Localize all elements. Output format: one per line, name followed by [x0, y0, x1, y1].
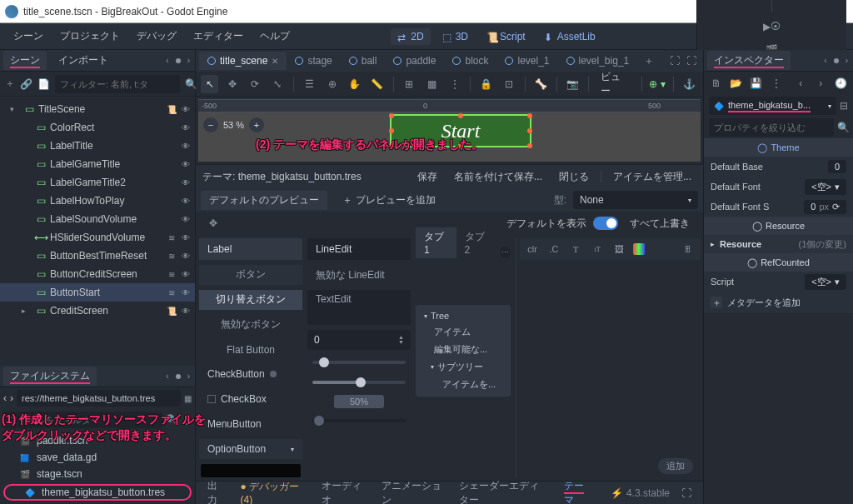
- signal-icon[interactable]: ≋: [166, 287, 177, 298]
- menu-scene[interactable]: シーン: [7, 26, 50, 47]
- preview-hslider-2[interactable]: [307, 375, 411, 390]
- prop-script-value[interactable]: <空> ▾: [805, 274, 846, 290]
- zoom-out-button[interactable]: −: [203, 117, 218, 132]
- add-scene-tab[interactable]: ＋: [637, 52, 661, 71]
- scene-node[interactable]: ▭ButtonStart≋👁: [0, 283, 195, 302]
- eye-icon[interactable]: 👁: [180, 195, 192, 207]
- preview-menu-button[interactable]: MenuButton: [199, 414, 302, 434]
- fs-dock-move-left-icon[interactable]: ‹: [164, 372, 170, 381]
- preview-hslider-3[interactable]: [307, 413, 411, 428]
- tab-filesystem[interactable]: ファイルシステム: [3, 367, 97, 386]
- script-icon[interactable]: 📜: [166, 305, 177, 317]
- theme-close-button[interactable]: 閉じる: [554, 168, 594, 186]
- scale-tool-icon[interactable]: ⤡: [269, 75, 287, 93]
- fs-filter-input[interactable]: [3, 412, 162, 428]
- menu-help[interactable]: ヘルプ: [253, 26, 297, 47]
- bottom-animation[interactable]: アニメーション: [378, 477, 447, 505]
- caret-icon[interactable]: ▸: [22, 307, 32, 315]
- preview-line-edit[interactable]: LineEdit: [307, 238, 411, 260]
- add-metadata-button[interactable]: ＋ メタデータを追加: [704, 292, 853, 313]
- bottom-expand-icon[interactable]: ⛶: [678, 486, 695, 501]
- history-prev-icon[interactable]: ‹: [793, 76, 808, 91]
- bottom-output[interactable]: 出力: [204, 477, 229, 505]
- caret-icon[interactable]: ▾: [10, 105, 20, 113]
- fs-list[interactable]: paddle.tscnsave_data.gdstage.tscntheme_b…: [0, 431, 195, 504]
- eye-icon[interactable]: 👁: [180, 140, 192, 152]
- scene-tree[interactable]: ▾▭TitleScene📜👁▭ColorRect👁▭LabelTitle👁▭La…: [0, 97, 195, 366]
- resource-expand[interactable]: ▸Resource(1個の変更): [704, 235, 853, 253]
- list-select-icon[interactable]: ☰: [301, 75, 318, 93]
- scene-tab[interactable]: stage: [287, 52, 340, 70]
- prop-default-font-value[interactable]: <空> ▾: [805, 179, 846, 195]
- fs-item[interactable]: stage.tscn: [0, 466, 195, 482]
- add-preview-button[interactable]: ＋ プレビューを追加: [334, 191, 444, 210]
- type-settings-icon[interactable]: 🎚: [680, 242, 695, 257]
- menu-debug[interactable]: デバッグ: [130, 26, 183, 47]
- preview-text-edit[interactable]: TextEdit: [307, 290, 411, 325]
- scene-node[interactable]: ▭LabelSoundVolume👁: [0, 210, 195, 228]
- eye-icon[interactable]: 👁: [180, 122, 192, 133]
- preview-color-swatch[interactable]: [201, 464, 301, 477]
- type-fontsize-icon[interactable]: tT: [590, 242, 605, 257]
- history-next-icon[interactable]: ›: [813, 76, 828, 91]
- lock-icon[interactable]: 🔒: [477, 75, 495, 93]
- insp-dock-move-right-icon[interactable]: ›: [844, 56, 850, 65]
- insp-dock-float-icon[interactable]: [834, 58, 839, 63]
- version-label[interactable]: ⚡ 4.3.stable: [611, 487, 670, 499]
- type-color-icon[interactable]: clr: [525, 242, 540, 257]
- workspace-2d[interactable]: ⇄2D: [391, 28, 430, 45]
- bottom-debugger[interactable]: ● デバッガー (4): [237, 478, 310, 504]
- bottom-audio[interactable]: オーディオ: [318, 477, 370, 505]
- dock-move-left-icon[interactable]: ‹: [164, 56, 170, 65]
- fs-forward-button[interactable]: ›: [10, 392, 13, 404]
- grid-snap-icon[interactable]: ▦: [423, 75, 441, 93]
- menu-project[interactable]: プロジェクト: [53, 26, 127, 47]
- eye-icon[interactable]: 👁: [180, 213, 192, 225]
- preview-tab-overflow-icon[interactable]: ⋯: [500, 247, 511, 258]
- theme-save-as-button[interactable]: 名前を付けて保存...: [449, 168, 547, 186]
- select-tool-icon[interactable]: ↖: [201, 75, 218, 93]
- override-all-button[interactable]: すべて上書き: [625, 215, 695, 232]
- scene-filter-input[interactable]: [55, 75, 180, 93]
- pan-icon[interactable]: ✋: [346, 75, 363, 93]
- scene-node[interactable]: ⟷HSliderSoundVolume≋👁: [0, 228, 195, 247]
- fs-item[interactable]: theme_bigkatsu_button.tres: [3, 484, 192, 501]
- preview-toggle-button[interactable]: 切り替えボタン: [199, 290, 302, 310]
- pivot-icon[interactable]: ⊕: [323, 75, 341, 93]
- scene-node[interactable]: ▭ButtonBestTimeReset≋👁: [0, 247, 195, 265]
- preview-tab-1[interactable]: タブ1: [416, 227, 456, 258]
- eye-icon[interactable]: 👁: [180, 250, 192, 262]
- fs-more-icon[interactable]: ⋮: [182, 414, 192, 426]
- zoom-in-button[interactable]: +: [249, 117, 264, 132]
- scene-node[interactable]: ▭ColorRect👁: [0, 118, 195, 137]
- eye-icon[interactable]: 👁: [180, 268, 192, 280]
- type-icon-icon[interactable]: 🖼: [611, 242, 626, 257]
- resource-pin-icon[interactable]: ⊟: [840, 100, 848, 112]
- anchor-icon[interactable]: ⚓: [681, 75, 698, 93]
- instantiate-scene-button[interactable]: 🔗: [20, 76, 32, 92]
- scene-node[interactable]: ▭LabelGameTitle2👁: [0, 173, 195, 192]
- new-resource-icon[interactable]: 🗎: [709, 76, 724, 91]
- snap-options-icon[interactable]: ⋮: [446, 75, 463, 93]
- zoom-label[interactable]: 53 %: [223, 120, 244, 130]
- section-resource[interactable]: ◯ Resource: [704, 217, 853, 235]
- resource-extra-icon[interactable]: ⋮: [769, 76, 784, 91]
- fs-path-display[interactable]: res://theme_bigkatsu_button.tres: [17, 390, 181, 407]
- bottom-theme[interactable]: テーマ: [561, 477, 594, 505]
- scene-tab[interactable]: paddle: [385, 52, 444, 70]
- preview-flat-button[interactable]: Flat Button: [199, 340, 302, 360]
- section-refcounted[interactable]: ◯ RefCounted: [704, 253, 853, 272]
- eye-icon[interactable]: 👁: [180, 103, 192, 115]
- add-node-button[interactable]: ＋: [5, 76, 15, 92]
- close-tab-icon[interactable]: ✕: [272, 57, 278, 66]
- scene-tab[interactable]: level_1: [496, 52, 557, 70]
- scene-node[interactable]: ▭LabelGameTitle👁: [0, 155, 195, 173]
- override-camera-icon[interactable]: 📷: [564, 75, 581, 93]
- preview-hslider-1[interactable]: [307, 355, 411, 370]
- preview-option-button[interactable]: OptionButton▾: [199, 439, 302, 459]
- scene-node[interactable]: ▾▭TitleScene📜👁: [0, 100, 195, 118]
- resource-name-display[interactable]: 🔷 theme_bigkatsu_b... ▾: [709, 97, 836, 115]
- show-default-toggle[interactable]: [593, 217, 618, 230]
- prop-default-base-value[interactable]: 0: [828, 160, 846, 173]
- type-font-icon[interactable]: T: [568, 242, 583, 257]
